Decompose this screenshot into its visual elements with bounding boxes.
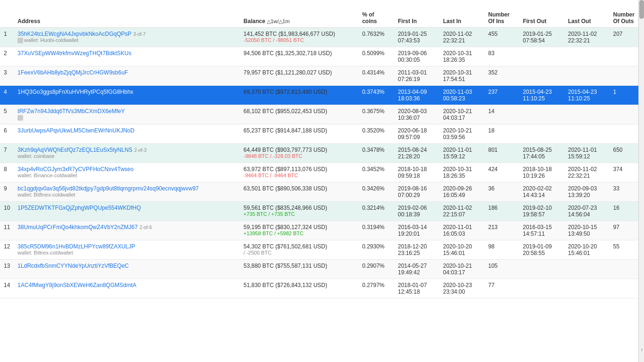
address-link[interactable]: 3Kzh9qAqVWQhEsfQz7zEQL1EuSx5tyNLNS xyxy=(17,147,132,153)
last-in-cell: 2020-10-3118:26:35 xyxy=(439,163,485,182)
balance-change: / -2500 BTC xyxy=(244,250,355,255)
first-out-cell: 2019-02-1019:58:57 xyxy=(519,202,564,221)
first-out-cell xyxy=(519,260,564,279)
table-row: 101P5ZEDWTKTFGxQjZphgWPQUpe554WKDfHQ59,5… xyxy=(0,202,644,221)
address-link[interactable]: 37XuVSEpWW4trkfmvWzegTHQt7BdktSKUs xyxy=(17,50,131,57)
address-link[interactable]: tRFZw7n94Jddq6TfVs3MbCXmDX6eMfeY xyxy=(17,108,124,115)
address-cell: 1AC4fMwgY8j9onSbXEWeH6Zan8QGMSdmtA xyxy=(14,279,239,298)
first-out-cell xyxy=(519,124,564,144)
last-out-cell: 2020-11-0222:32:21 xyxy=(564,163,610,182)
pct-cell: 0.3214% xyxy=(358,202,394,221)
pct-cell: 0.3520% xyxy=(358,124,394,144)
balance-cell: 64,449 BTC ($903,797,773 USD)-9848 BTC /… xyxy=(240,144,359,163)
address-cell: 1FeexV6bAHb8ybZjqQMjJrcCrHGW9sb6uF xyxy=(14,66,239,86)
last-in-cell: 2020-11-0115:59:12 xyxy=(439,144,485,163)
pct-cell: 0.2930% xyxy=(358,240,394,260)
num-ins-cell: 14 xyxy=(485,105,519,124)
table-row: 141AC4fMwgY8j9onSbXEWeH6Zan8QGMSdmtA51,8… xyxy=(0,279,644,298)
address-link[interactable]: 1LdRcdxfbSnmCYYNdeYpUnztiYzVfBEQeC xyxy=(17,263,129,269)
last-out-cell xyxy=(564,47,610,66)
pct-cell: 0.4314% xyxy=(358,66,394,86)
row-number: 10 xyxy=(0,202,14,221)
address-cell: 35hK24tcLEWcgNA4JxpvbkNkoAcDGqQPsP3-of-7… xyxy=(14,28,239,47)
address-link[interactable]: 1FeexV6bAHb8ybZjqQMjJrcCrHGW9sb6uF xyxy=(17,69,128,76)
balance-cell: 63,972 BTC ($897,113,076 USD)-9464 BTC /… xyxy=(240,163,359,182)
address-link[interactable]: 38UmuUqPCrFmQo4khkomQwZ4VbY2nZMJ67 xyxy=(17,224,138,230)
row-number: 12 xyxy=(0,240,14,260)
address-link[interactable]: 385cR5DM96n1HvBDMzLHPYcw89fZAXULJP xyxy=(17,243,135,250)
pct-cell: 0.3426% xyxy=(358,182,394,202)
first-out-cell xyxy=(519,66,564,86)
address-note: 2-of-6 xyxy=(140,225,152,230)
pct-cell: 0.7632% xyxy=(358,28,394,47)
address-cell: tRFZw7n94Jddq6TfVs3MbCXmDX6eMfeY xyxy=(14,105,239,124)
first-in-cell: 2011-03-0107:26:19 xyxy=(394,66,439,86)
row-number: 2 xyxy=(0,47,14,66)
table-row: 834xp4vRoCGJym3xR7yCVPFHoCNxv4Twseowalle… xyxy=(0,163,644,182)
last-out-cell: 2020-11-0222:32:21 xyxy=(564,28,610,47)
address-cell: 38UmuUqPCrFmQo4khkomQwZ4VbY2nZMJ672-of-6 xyxy=(14,221,239,240)
wallet-icon xyxy=(17,38,23,43)
balance-cell: 68,102 BTC ($955,022,453 USD) xyxy=(240,105,359,124)
balance-change: -9848 BTC / -328.03 BTC xyxy=(244,153,355,159)
first-in-cell: 2016-03-1419:20:01 xyxy=(394,221,439,240)
balance-btc: 63,972 BTC ($897,113,076 USD) xyxy=(244,166,355,173)
first-out-cell: 2019-01-0920:58:55 xyxy=(519,240,564,260)
table-row: 12385cR5DM96n1HvBDMzLHPYcw89fZAXULJPwall… xyxy=(0,240,644,260)
last-in-cell: 2020-10-3118:26:35 xyxy=(439,47,485,66)
last-in-cell: 2020-10-2104:03:17 xyxy=(439,105,485,124)
num-ins-cell: 213 xyxy=(485,221,519,240)
col-num xyxy=(0,8,14,28)
table-row: 5tRFZw7n94Jddq6TfVs3MbCXmDX6eMfeY68,102 … xyxy=(0,105,644,124)
balance-btc: 59,561 BTC ($835,248,966 USD) xyxy=(244,205,355,211)
address-link[interactable]: 1AC4fMwgY8j9onSbXEWeH6Zan8QGMSdmtA xyxy=(17,282,136,288)
address-cell: 3JurbUwpsAPqvUkwLM5CtwnEWrNnUKJNoD xyxy=(14,124,239,144)
pct-cell: 0.3743% xyxy=(358,86,394,105)
num-ins-cell: 98 xyxy=(485,240,519,260)
first-in-cell: 2018-10-1809:59:18 xyxy=(394,163,439,182)
row-number: 13 xyxy=(0,260,14,279)
first-in-cell: 2015-08-2421:28:20 xyxy=(394,144,439,163)
last-in-cell: 2020-10-2323:34:00 xyxy=(439,279,485,298)
wallet-label: wallet: Bittrex-coldwallet xyxy=(17,250,236,255)
address-cell: 34xp4vRoCGJym3xR7yCVPFHoCNxv4Twseowallet… xyxy=(14,163,239,182)
address-link[interactable]: 3JurbUwpsAPqvUkwLM5CtwnEWrNnUKJNoD xyxy=(17,127,134,134)
first-out-cell xyxy=(519,279,564,298)
pct-cell: 0.3478% xyxy=(358,144,394,163)
first-in-cell: 2018-12-2023:16:25 xyxy=(394,240,439,260)
address-link[interactable]: 1P5ZEDWTKTFGxQjZphgWPQUpe554WKDfHQ xyxy=(17,205,140,211)
row-number: 3 xyxy=(0,66,14,86)
last-in-cell: 2020-10-3117:54:51 xyxy=(439,66,485,86)
wallet-label: wallet: Binance-coldwallet xyxy=(17,173,236,178)
last-out-cell xyxy=(564,124,610,144)
balance-btc: 64,449 BTC ($903,797,773 USD) xyxy=(244,147,355,153)
table-row: 135hK24tcLEWcgNA4JxpvbkNkoAcDGqQPsP3-of-… xyxy=(0,28,644,47)
scrollbar-thumb[interactable] xyxy=(639,0,644,19)
address-link[interactable]: bc1qgdjqv0av3q56jvd82tkdjpy7gdp9ut8tlqmg… xyxy=(17,185,198,192)
col-balance: Balance △1w/△1m xyxy=(240,8,359,28)
wallet-icon xyxy=(17,115,23,121)
row-number: 9 xyxy=(0,182,14,202)
last-in-cell: 2020-11-0222:32:21 xyxy=(439,28,485,47)
address-link[interactable]: 35hK24tcLEWcgNA4JxpvbkNkoAcDGqQPsP xyxy=(17,31,131,37)
first-out-cell: 2020-02-0214:43:14 xyxy=(519,182,564,202)
address-cell: 1HQ3Go3ggs8pFnXuHVHRytPCq5fGG8Hbhx xyxy=(14,86,239,105)
num-ins-cell: 424 xyxy=(485,163,519,182)
last-in-cell: 2020-11-0222:15:07 xyxy=(439,202,485,221)
table-row: 9bc1qgdjqv0av3q56jvd82tkdjpy7gdp9ut8tlqm… xyxy=(0,182,644,202)
table-row: 31FeexV6bAHb8ybZjqQMjJrcCrHGW9sb6uF79,95… xyxy=(0,66,644,86)
balance-cell: 63,501 BTC ($890,506,338 USD) xyxy=(240,182,359,202)
last-out-cell: 2020-10-2015:46:01 xyxy=(564,240,610,260)
address-link[interactable]: 34xp4vRoCGJym3xR7yCVPFHoCNxv4Twseo xyxy=(17,166,133,173)
first-in-cell: 2019-09-0600:30:05 xyxy=(394,47,439,66)
row-number: 1 xyxy=(0,28,14,47)
col-last-out: Last Out xyxy=(564,8,610,28)
balance-cell: 65,237 BTC ($914,847,188 USD) xyxy=(240,124,359,144)
table-row: 131LdRcdxfbSnmCYYNdeYpUnztiYzVfBEQeC53,8… xyxy=(0,260,644,279)
last-out-cell: 2020-11-0115:59:12 xyxy=(564,144,610,163)
scrollbar[interactable] xyxy=(638,0,644,298)
pct-cell: 0.5099% xyxy=(358,47,394,66)
col-last-in: Last In xyxy=(439,8,485,28)
row-number: 5 xyxy=(0,105,14,124)
address-link[interactable]: 1HQ3Go3ggs8pFnXuHVHRytPCq5fGG8Hbhx xyxy=(17,89,133,95)
